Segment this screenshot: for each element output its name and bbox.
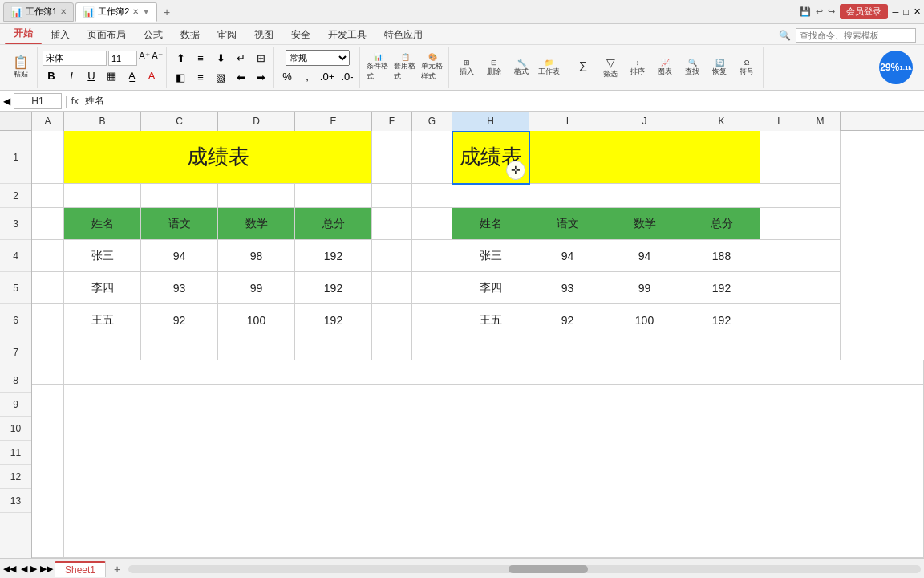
border-button[interactable]: ▦ (103, 67, 120, 84)
paste-button[interactable]: 📋 粘贴 (8, 49, 34, 86)
cell-J1[interactable] (606, 131, 683, 184)
cell-E5-total2[interactable]: 192 (295, 272, 372, 304)
indent-inc-button[interactable]: ➡ (252, 68, 270, 86)
cell-rest-8[interactable] (64, 360, 924, 385)
sheet-nav-last[interactable]: ▶▶ (38, 564, 55, 574)
tab2-close[interactable]: ✕ (132, 7, 139, 16)
cell-style-button[interactable]: 🎨 单元格样式 (419, 49, 445, 86)
cell-F6[interactable] (372, 304, 412, 336)
cell-H7[interactable] (452, 336, 529, 360)
cell-G4[interactable] (412, 240, 452, 272)
cell-reference-box[interactable] (14, 93, 62, 109)
cell-C2[interactable] (141, 184, 218, 208)
cell-A4[interactable] (32, 240, 64, 272)
cell-K6-total3[interactable]: 192 (683, 304, 760, 336)
font-grow-icon[interactable]: A⁺ (139, 51, 150, 66)
cell-G1[interactable] (412, 131, 452, 184)
cond-format-button[interactable]: 📊 条件格式 (365, 49, 391, 86)
cell-B4-name1[interactable]: 张三 (64, 240, 141, 272)
cell-F1[interactable] (372, 131, 412, 184)
find-button[interactable]: 🔍 查找 (679, 49, 705, 86)
ribbon-tab-shuju[interactable]: 数据 (172, 25, 209, 44)
cell-A6[interactable] (32, 304, 64, 336)
cell-A8[interactable] (32, 360, 64, 385)
cell-B3-header1-name[interactable]: 姓名 (64, 208, 141, 240)
cell-B2[interactable] (64, 184, 141, 208)
number-format-select[interactable]: 常规 (286, 50, 350, 66)
cell-L4[interactable] (760, 240, 800, 272)
cell-M3[interactable] (800, 208, 841, 240)
new-tab-button[interactable]: + (159, 4, 175, 20)
sheet-tab-sheet1[interactable]: Sheet1 (55, 561, 106, 577)
format-cells-button[interactable]: 🔧 格式 (509, 49, 534, 86)
row-header-12[interactable]: 12 (0, 465, 31, 489)
cell-L7[interactable] (760, 336, 800, 360)
font-size-input[interactable] (108, 51, 137, 66)
cell-M2[interactable] (800, 184, 841, 208)
cell-K3-header2-total[interactable]: 总分 (683, 208, 760, 240)
insert-cells-button[interactable]: ⊞ 插入 (454, 49, 480, 86)
cell-K7[interactable] (683, 336, 760, 360)
col-header-E[interactable]: E (295, 112, 372, 131)
cell-E4-total1[interactable]: 192 (295, 240, 372, 272)
cell-C4-chinese1[interactable]: 94 (141, 240, 218, 272)
col-header-G[interactable]: G (412, 112, 452, 131)
sheet-tab-add-button[interactable]: + (109, 561, 125, 577)
dec-inc-button[interactable]: .0+ (318, 67, 336, 85)
col-header-M[interactable]: M (800, 112, 841, 131)
cell-G2[interactable] (412, 184, 452, 208)
sheet-nav-first[interactable]: ◀◀ (0, 564, 19, 574)
col-header-B[interactable]: B (64, 112, 141, 131)
redo-icon[interactable]: ↪ (828, 6, 835, 17)
cell-C6-chinese3[interactable]: 92 (141, 304, 218, 336)
ai-avatar[interactable]: 29%1.1k (879, 51, 913, 84)
cell-K1[interactable] (683, 131, 760, 184)
cell-F3[interactable] (372, 208, 412, 240)
cell-K4-total1[interactable]: 188 (683, 240, 760, 272)
row-header-2[interactable]: 2 (0, 184, 31, 208)
cell-I5-chinese2[interactable]: 93 (529, 272, 606, 304)
function-icon[interactable]: fx (71, 96, 79, 107)
cell-L1[interactable] (760, 131, 800, 184)
comma-button[interactable]: , (298, 67, 316, 85)
font-color-button[interactable]: A (143, 67, 160, 84)
cell-D7[interactable] (218, 336, 295, 360)
cell-D2[interactable] (218, 184, 295, 208)
undo-icon[interactable]: ↩ (816, 6, 823, 17)
scroll-thumb[interactable] (509, 565, 588, 573)
ribbon-tab-yemian[interactable]: 页面布局 (79, 25, 135, 44)
cell-F2[interactable] (372, 184, 412, 208)
cell-G5[interactable] (412, 272, 452, 304)
cell-J7[interactable] (606, 336, 683, 360)
row-header-4[interactable]: 4 (0, 240, 31, 272)
bold-button[interactable]: B (43, 67, 60, 84)
percent-button[interactable]: % (278, 67, 296, 85)
window-close[interactable]: ✕ (914, 6, 921, 17)
cell-G7[interactable] (412, 336, 452, 360)
cell-H1-selected[interactable]: 成绩表 ✛ (452, 131, 529, 184)
col-header-K[interactable]: K (683, 112, 760, 131)
cell-D4-math1[interactable]: 98 (218, 240, 295, 272)
ribbon-tab-kaishi[interactable]: 开始 (5, 23, 42, 44)
align-center-button[interactable]: ≡ (192, 68, 209, 86)
prev-sheet-icon[interactable]: ◀ (3, 96, 10, 107)
cell-F7[interactable] (372, 336, 412, 360)
cell-D5-math2[interactable]: 99 (218, 272, 295, 304)
cell-A5[interactable] (32, 272, 64, 304)
cell-A3[interactable] (32, 208, 64, 240)
wrap-text-button[interactable]: ↵ (232, 49, 249, 67)
tab1-close[interactable]: ✕ (60, 7, 67, 16)
cell-I4-chinese1[interactable]: 94 (529, 240, 606, 272)
col-header-D[interactable]: D (218, 112, 295, 131)
table-format-button[interactable]: 📋 套用格式 (392, 49, 418, 86)
cell-B5-name2[interactable]: 李四 (64, 272, 141, 304)
row-header-6[interactable]: 6 (0, 304, 31, 336)
col-header-L[interactable]: L (760, 112, 800, 131)
ribbon-tab-tese[interactable]: 特色应用 (375, 25, 432, 44)
row-header-11[interactable]: 11 (0, 441, 31, 465)
row-header-1[interactable]: 1 (0, 131, 31, 184)
cell-I2[interactable] (529, 184, 606, 208)
cell-L2[interactable] (760, 184, 800, 208)
cell-M4[interactable] (800, 240, 841, 272)
select-all-corner[interactable] (0, 112, 32, 130)
